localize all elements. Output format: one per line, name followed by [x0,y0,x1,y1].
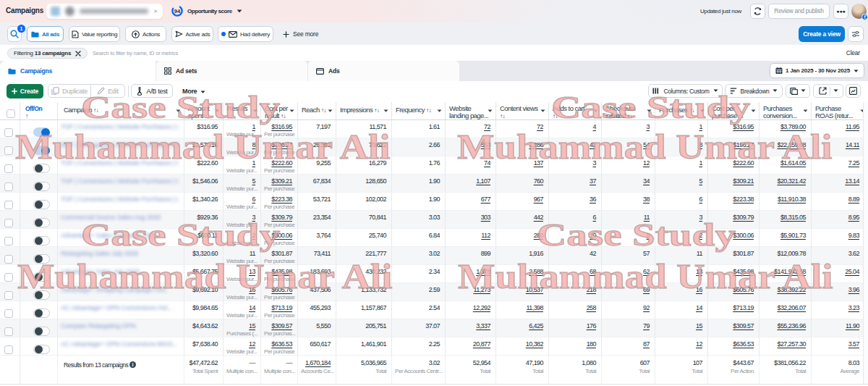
svg-text:94: 94 [174,8,181,14]
